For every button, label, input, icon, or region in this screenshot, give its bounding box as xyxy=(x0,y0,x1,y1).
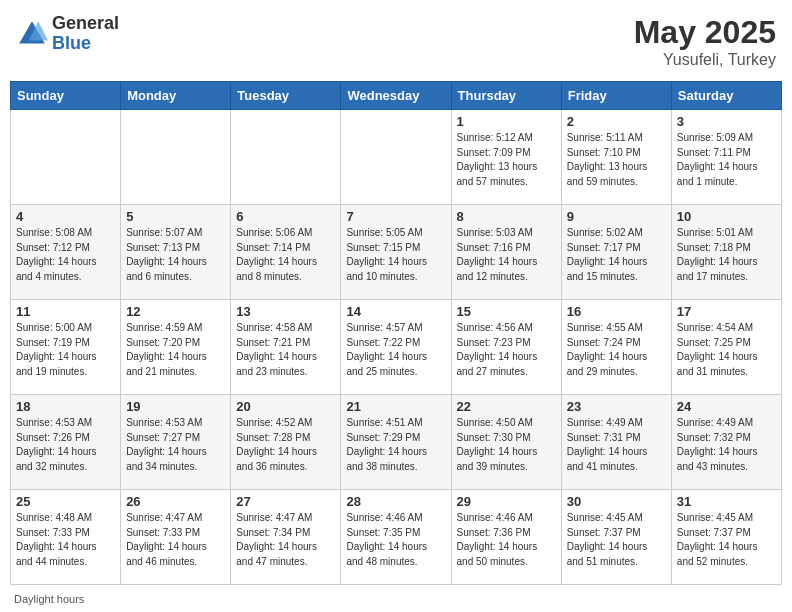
calendar-cell: 8Sunrise: 5:03 AM Sunset: 7:16 PM Daylig… xyxy=(451,205,561,300)
day-number: 13 xyxy=(236,304,335,319)
calendar-cell: 6Sunrise: 5:06 AM Sunset: 7:14 PM Daylig… xyxy=(231,205,341,300)
day-number: 31 xyxy=(677,494,776,509)
day-number: 2 xyxy=(567,114,666,129)
calendar-cell: 25Sunrise: 4:48 AM Sunset: 7:33 PM Dayli… xyxy=(11,490,121,585)
calendar-cell: 19Sunrise: 4:53 AM Sunset: 7:27 PM Dayli… xyxy=(121,395,231,490)
day-number: 5 xyxy=(126,209,225,224)
calendar-cell: 28Sunrise: 4:46 AM Sunset: 7:35 PM Dayli… xyxy=(341,490,451,585)
weekday-header-wednesday: Wednesday xyxy=(341,82,451,110)
calendar-cell: 1Sunrise: 5:12 AM Sunset: 7:09 PM Daylig… xyxy=(451,110,561,205)
logo-icon xyxy=(16,18,48,50)
calendar-cell: 3Sunrise: 5:09 AM Sunset: 7:11 PM Daylig… xyxy=(671,110,781,205)
day-number: 29 xyxy=(457,494,556,509)
calendar-cell: 29Sunrise: 4:46 AM Sunset: 7:36 PM Dayli… xyxy=(451,490,561,585)
day-number: 19 xyxy=(126,399,225,414)
day-info: Sunrise: 4:49 AM Sunset: 7:31 PM Dayligh… xyxy=(567,416,666,474)
daylight-label: Daylight hours xyxy=(14,593,84,605)
calendar-cell xyxy=(121,110,231,205)
day-info: Sunrise: 5:02 AM Sunset: 7:17 PM Dayligh… xyxy=(567,226,666,284)
day-info: Sunrise: 4:59 AM Sunset: 7:20 PM Dayligh… xyxy=(126,321,225,379)
day-number: 3 xyxy=(677,114,776,129)
day-info: Sunrise: 4:53 AM Sunset: 7:26 PM Dayligh… xyxy=(16,416,115,474)
day-info: Sunrise: 5:01 AM Sunset: 7:18 PM Dayligh… xyxy=(677,226,776,284)
day-info: Sunrise: 5:12 AM Sunset: 7:09 PM Dayligh… xyxy=(457,131,556,189)
logo-text: General Blue xyxy=(52,14,119,54)
weekday-header-row: SundayMondayTuesdayWednesdayThursdayFrid… xyxy=(11,82,782,110)
day-number: 22 xyxy=(457,399,556,414)
calendar-cell: 14Sunrise: 4:57 AM Sunset: 7:22 PM Dayli… xyxy=(341,300,451,395)
day-info: Sunrise: 5:08 AM Sunset: 7:12 PM Dayligh… xyxy=(16,226,115,284)
title-block: May 2025 Yusufeli, Turkey xyxy=(634,14,776,69)
day-info: Sunrise: 4:52 AM Sunset: 7:28 PM Dayligh… xyxy=(236,416,335,474)
day-info: Sunrise: 4:58 AM Sunset: 7:21 PM Dayligh… xyxy=(236,321,335,379)
calendar-cell: 22Sunrise: 4:50 AM Sunset: 7:30 PM Dayli… xyxy=(451,395,561,490)
calendar-cell: 10Sunrise: 5:01 AM Sunset: 7:18 PM Dayli… xyxy=(671,205,781,300)
weekday-header-tuesday: Tuesday xyxy=(231,82,341,110)
day-info: Sunrise: 5:03 AM Sunset: 7:16 PM Dayligh… xyxy=(457,226,556,284)
week-row-5: 25Sunrise: 4:48 AM Sunset: 7:33 PM Dayli… xyxy=(11,490,782,585)
logo: General Blue xyxy=(16,14,119,54)
day-number: 17 xyxy=(677,304,776,319)
weekday-header-sunday: Sunday xyxy=(11,82,121,110)
day-info: Sunrise: 4:48 AM Sunset: 7:33 PM Dayligh… xyxy=(16,511,115,569)
day-number: 27 xyxy=(236,494,335,509)
calendar-cell: 20Sunrise: 4:52 AM Sunset: 7:28 PM Dayli… xyxy=(231,395,341,490)
day-number: 20 xyxy=(236,399,335,414)
day-number: 9 xyxy=(567,209,666,224)
day-info: Sunrise: 4:50 AM Sunset: 7:30 PM Dayligh… xyxy=(457,416,556,474)
logo-blue: Blue xyxy=(52,34,119,54)
day-info: Sunrise: 4:47 AM Sunset: 7:33 PM Dayligh… xyxy=(126,511,225,569)
day-info: Sunrise: 4:53 AM Sunset: 7:27 PM Dayligh… xyxy=(126,416,225,474)
day-number: 4 xyxy=(16,209,115,224)
day-number: 1 xyxy=(457,114,556,129)
day-info: Sunrise: 4:47 AM Sunset: 7:34 PM Dayligh… xyxy=(236,511,335,569)
calendar-cell xyxy=(231,110,341,205)
day-number: 8 xyxy=(457,209,556,224)
day-info: Sunrise: 5:00 AM Sunset: 7:19 PM Dayligh… xyxy=(16,321,115,379)
calendar-cell: 12Sunrise: 4:59 AM Sunset: 7:20 PM Dayli… xyxy=(121,300,231,395)
day-number: 23 xyxy=(567,399,666,414)
calendar-footer: Daylight hours xyxy=(10,593,782,605)
day-info: Sunrise: 5:06 AM Sunset: 7:14 PM Dayligh… xyxy=(236,226,335,284)
calendar-cell: 30Sunrise: 4:45 AM Sunset: 7:37 PM Dayli… xyxy=(561,490,671,585)
weekday-header-friday: Friday xyxy=(561,82,671,110)
day-info: Sunrise: 4:54 AM Sunset: 7:25 PM Dayligh… xyxy=(677,321,776,379)
day-info: Sunrise: 4:49 AM Sunset: 7:32 PM Dayligh… xyxy=(677,416,776,474)
day-info: Sunrise: 5:11 AM Sunset: 7:10 PM Dayligh… xyxy=(567,131,666,189)
day-number: 15 xyxy=(457,304,556,319)
calendar-cell: 24Sunrise: 4:49 AM Sunset: 7:32 PM Dayli… xyxy=(671,395,781,490)
day-info: Sunrise: 4:57 AM Sunset: 7:22 PM Dayligh… xyxy=(346,321,445,379)
calendar-cell: 16Sunrise: 4:55 AM Sunset: 7:24 PM Dayli… xyxy=(561,300,671,395)
week-row-4: 18Sunrise: 4:53 AM Sunset: 7:26 PM Dayli… xyxy=(11,395,782,490)
day-info: Sunrise: 4:45 AM Sunset: 7:37 PM Dayligh… xyxy=(567,511,666,569)
logo-general: General xyxy=(52,14,119,34)
day-number: 18 xyxy=(16,399,115,414)
day-number: 26 xyxy=(126,494,225,509)
day-info: Sunrise: 4:56 AM Sunset: 7:23 PM Dayligh… xyxy=(457,321,556,379)
calendar-cell: 26Sunrise: 4:47 AM Sunset: 7:33 PM Dayli… xyxy=(121,490,231,585)
calendar-cell: 27Sunrise: 4:47 AM Sunset: 7:34 PM Dayli… xyxy=(231,490,341,585)
day-number: 30 xyxy=(567,494,666,509)
calendar-table: SundayMondayTuesdayWednesdayThursdayFrid… xyxy=(10,81,782,585)
day-number: 11 xyxy=(16,304,115,319)
day-info: Sunrise: 5:09 AM Sunset: 7:11 PM Dayligh… xyxy=(677,131,776,189)
calendar-cell: 11Sunrise: 5:00 AM Sunset: 7:19 PM Dayli… xyxy=(11,300,121,395)
day-info: Sunrise: 4:45 AM Sunset: 7:37 PM Dayligh… xyxy=(677,511,776,569)
calendar-cell: 4Sunrise: 5:08 AM Sunset: 7:12 PM Daylig… xyxy=(11,205,121,300)
location: Yusufeli, Turkey xyxy=(634,51,776,69)
weekday-header-saturday: Saturday xyxy=(671,82,781,110)
calendar-cell: 2Sunrise: 5:11 AM Sunset: 7:10 PM Daylig… xyxy=(561,110,671,205)
day-number: 24 xyxy=(677,399,776,414)
day-number: 14 xyxy=(346,304,445,319)
calendar-cell: 21Sunrise: 4:51 AM Sunset: 7:29 PM Dayli… xyxy=(341,395,451,490)
day-info: Sunrise: 5:05 AM Sunset: 7:15 PM Dayligh… xyxy=(346,226,445,284)
calendar-cell xyxy=(11,110,121,205)
day-number: 12 xyxy=(126,304,225,319)
day-info: Sunrise: 4:55 AM Sunset: 7:24 PM Dayligh… xyxy=(567,321,666,379)
calendar-cell: 31Sunrise: 4:45 AM Sunset: 7:37 PM Dayli… xyxy=(671,490,781,585)
weekday-header-thursday: Thursday xyxy=(451,82,561,110)
page-header: General Blue May 2025 Yusufeli, Turkey xyxy=(10,10,782,73)
calendar-cell: 23Sunrise: 4:49 AM Sunset: 7:31 PM Dayli… xyxy=(561,395,671,490)
day-info: Sunrise: 4:46 AM Sunset: 7:35 PM Dayligh… xyxy=(346,511,445,569)
day-info: Sunrise: 5:07 AM Sunset: 7:13 PM Dayligh… xyxy=(126,226,225,284)
